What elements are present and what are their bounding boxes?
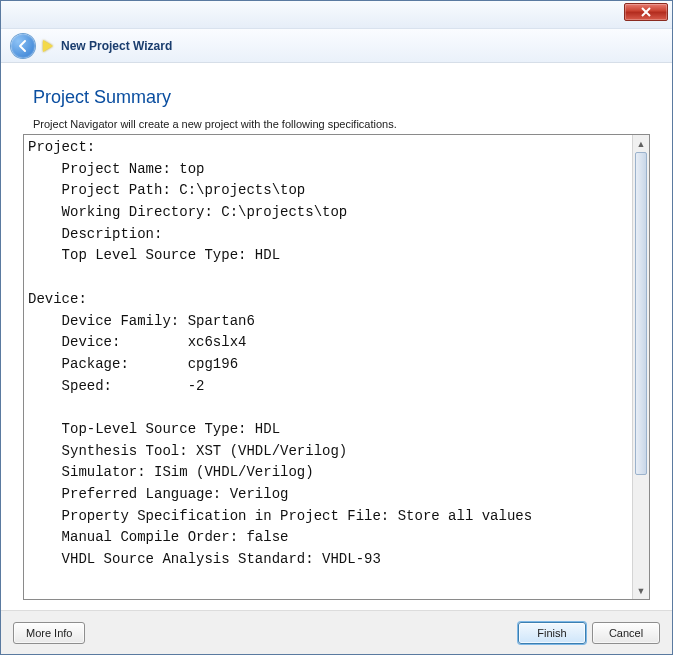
scrollbar[interactable]: ▲ ▼: [632, 135, 649, 599]
lang-label: Preferred Language:: [28, 486, 230, 502]
device-family-value: Spartan6: [188, 313, 255, 329]
footer-bar: More Info Finish Cancel: [1, 610, 672, 654]
sim-value: ISim (VHDL/Verilog): [154, 464, 314, 480]
manual-value: false: [246, 529, 288, 545]
scroll-thumb[interactable]: [635, 152, 647, 475]
working-dir-label: Working Directory:: [28, 204, 221, 220]
speed-label: Speed:: [28, 378, 188, 394]
project-name-value: top: [179, 161, 204, 177]
manual-label: Manual Compile Order:: [28, 529, 246, 545]
page-title: Project Summary: [33, 87, 650, 108]
header-bar: New Project Wizard: [1, 29, 672, 63]
device-label: Device:: [28, 334, 188, 350]
synth-label: Synthesis Tool:: [28, 443, 196, 459]
more-info-button[interactable]: More Info: [13, 622, 85, 644]
close-icon: [641, 7, 651, 17]
top-src-type-label: Top Level Source Type:: [28, 247, 255, 263]
device-family-label: Device Family:: [28, 313, 188, 329]
page-subtitle: Project Navigator will create a new proj…: [33, 118, 650, 130]
project-header: Project:: [28, 139, 95, 155]
titlebar: [1, 1, 672, 29]
finish-button[interactable]: Finish: [518, 622, 586, 644]
summary-text: Project: Project Name: top Project Path:…: [24, 135, 632, 599]
header-title: New Project Wizard: [61, 39, 172, 53]
project-path-label: Project Path:: [28, 182, 179, 198]
top-src-type-value: HDL: [255, 247, 280, 263]
back-arrow-icon: [16, 39, 30, 53]
device-value: xc6slx4: [188, 334, 247, 350]
scroll-down-arrow-icon[interactable]: ▼: [633, 582, 649, 599]
project-path-value: C:\projects\top: [179, 182, 305, 198]
wizard-window: New Project Wizard Project Summary Proje…: [0, 0, 673, 655]
device-header: Device:: [28, 291, 87, 307]
scroll-up-arrow-icon[interactable]: ▲: [633, 135, 649, 152]
speed-value: -2: [188, 378, 205, 394]
synth-value: XST (VHDL/Verilog): [196, 443, 347, 459]
toplevel-label: Top-Level Source Type:: [28, 421, 255, 437]
scroll-track[interactable]: [633, 152, 649, 582]
project-name-label: Project Name:: [28, 161, 179, 177]
working-dir-value: C:\projects\top: [221, 204, 347, 220]
toplevel-value: HDL: [255, 421, 280, 437]
cancel-button[interactable]: Cancel: [592, 622, 660, 644]
content-area: Project Summary Project Navigator will c…: [1, 63, 672, 610]
package-value: cpg196: [188, 356, 238, 372]
close-button[interactable]: [624, 3, 668, 21]
propspec-value: Store all values: [398, 508, 532, 524]
summary-box: Project: Project Name: top Project Path:…: [23, 134, 650, 600]
vhdl-label: VHDL Source Analysis Standard:: [28, 551, 322, 567]
sim-label: Simulator:: [28, 464, 154, 480]
back-button[interactable]: [11, 34, 35, 58]
vhdl-value: VHDL-93: [322, 551, 381, 567]
wizard-icon: [43, 40, 53, 52]
description-label: Description:: [28, 226, 171, 242]
package-label: Package:: [28, 356, 188, 372]
propspec-label: Property Specification in Project File:: [28, 508, 398, 524]
lang-value: Verilog: [230, 486, 289, 502]
